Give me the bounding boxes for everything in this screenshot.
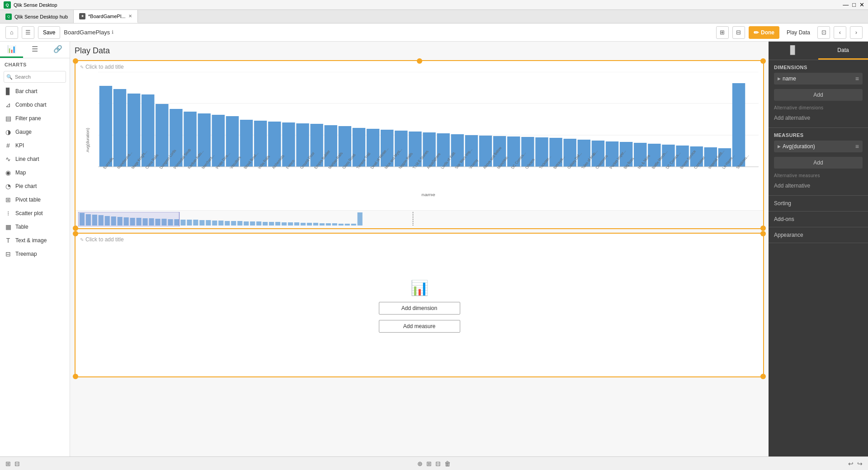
lp-tab-link[interactable]: 🔗 [47, 42, 70, 58]
windows-icon[interactable]: ⊞ [5, 460, 11, 467]
nav-back-btn[interactable]: ‹ [834, 26, 846, 39]
layout-view-btn[interactable]: ⊞ [716, 26, 729, 39]
save-button[interactable]: Save [38, 26, 60, 39]
done-label: Done [761, 29, 774, 36]
move-icon[interactable]: ⊟ [435, 460, 441, 467]
lp-tab-sheets[interactable]: ☰ [23, 42, 46, 58]
grid-btn[interactable]: ⊟ [732, 26, 745, 39]
dimension-row-name[interactable]: ▶ name ≡ [774, 73, 863, 85]
bottom-bar: ⊞ ⊟ ⊕ ⊞ ⊟ 🗑 ↩ ↪ [0, 456, 868, 470]
tab-bar: Q Qlik Sense Desktop hub ★ *BoardGamePl.… [0, 10, 868, 24]
maximize-btn[interactable]: □ [852, 1, 856, 8]
svg-rect-144 [351, 224, 356, 226]
sidebar-item-bar-chart[interactable]: ▊ Bar chart [0, 85, 70, 98]
dimension-menu-icon[interactable]: ≡ [855, 75, 859, 82]
measure-expand-icon[interactable]: ▶ [778, 144, 781, 149]
appearance-item[interactable]: Appearance [769, 227, 868, 243]
sidebar-item-treemap[interactable]: ⊟ Treemap [0, 247, 70, 261]
delete-icon[interactable]: 🗑 [444, 460, 451, 467]
close-btn[interactable]: ✕ [859, 1, 864, 8]
undo-icon[interactable]: ↩ [848, 460, 854, 467]
resize-handle-bl[interactable] [73, 226, 78, 231]
resize-handle-tl[interactable] [73, 58, 78, 64]
gauge-icon: ◑ [5, 128, 12, 136]
dimensions-label: Dimensions [774, 65, 863, 70]
tab-close-icon[interactable]: ✕ [128, 14, 132, 19]
sidebar-item-combo-chart[interactable]: ⊿ Combo chart [0, 98, 70, 112]
resize-handle2-tr[interactable] [760, 231, 766, 236]
sidebar-item-gauge[interactable]: ◑ Gauge [0, 125, 70, 139]
resize-handle2-br[interactable] [760, 374, 766, 379]
sidebar-item-table[interactable]: ▦ Table [0, 220, 70, 234]
resize-handle-tc[interactable] [417, 58, 422, 64]
svg-rect-8 [99, 86, 112, 167]
copy-layout-icon[interactable]: ⊞ [426, 460, 432, 467]
lp-tab-charts[interactable]: 📊 [0, 42, 23, 58]
sheets-tab-icon: ☰ [32, 45, 38, 53]
app-icon: Q [4, 1, 11, 9]
sidebar-item-map[interactable]: ◉ Map [0, 166, 70, 179]
snap-icon[interactable]: ⊕ [417, 460, 423, 467]
tab-hub[interactable]: Q Qlik Sense Desktop hub [0, 10, 74, 23]
scatter-plot-label: Scatter plot [15, 210, 43, 216]
alt-dimensions-label: Alternative dimensions [774, 105, 863, 110]
sidebar-item-text-image[interactable]: T Text & image [0, 234, 70, 247]
sorting-item[interactable]: Sorting [769, 196, 868, 212]
svg-rect-132 [275, 222, 280, 226]
play-data-label: Play Data [783, 29, 814, 36]
text-image-label: Text & image [15, 237, 47, 244]
resize-handle2-tl[interactable] [73, 231, 78, 236]
resize-handle2-bl[interactable] [73, 374, 78, 379]
export-btn[interactable]: ⊡ [817, 26, 830, 39]
sidebar-item-scatter-plot[interactable]: ⁝ Scatter plot [0, 207, 70, 220]
chart-2-title[interactable]: ✎ Click to add title [75, 234, 763, 243]
add-measure-btn[interactable]: Add [774, 157, 863, 169]
add-measure-button[interactable]: Add measure [379, 320, 460, 333]
sidebar-item-line-chart[interactable]: ∿ Line chart [0, 152, 70, 166]
resize-handle-tr[interactable] [760, 58, 766, 64]
sidebar-item-pivot-table[interactable]: ⊞ Pivot table [0, 193, 70, 207]
sidebar-item-filter-pane[interactable]: ▤ Filter pane [0, 112, 70, 125]
minimize-btn[interactable]: — [843, 1, 849, 8]
map-icon: ◉ [5, 169, 12, 176]
dimensions-section: Dimensions ▶ name ≡ Add Alternative dime… [769, 60, 868, 128]
center-canvas: Play Data ✎ Click to add title Avg(durat… [70, 42, 769, 470]
dimension-expand-icon[interactable]: ▶ [778, 76, 781, 81]
measure-menu-icon[interactable]: ≡ [855, 143, 859, 150]
right-panel-header: ▊ Data [769, 42, 868, 60]
nav-fwd-btn[interactable]: › [850, 26, 863, 39]
search-input[interactable] [4, 71, 66, 83]
charts-label: Charts [0, 58, 70, 69]
tab-boardgame[interactable]: ★ *BoardGamePl... ✕ [74, 10, 138, 23]
info-icon: ℹ [112, 29, 113, 35]
layout-icon[interactable]: ⊟ [14, 460, 20, 467]
link-tab-icon: 🔗 [53, 45, 62, 53]
redo-icon[interactable]: ↪ [857, 460, 863, 467]
home-btn[interactable]: ⌂ [5, 26, 18, 39]
svg-rect-127 [244, 221, 249, 226]
addons-item[interactable]: Add-ons [769, 212, 868, 227]
add-dimension-btn[interactable]: Add [774, 89, 863, 101]
add-dimension-button[interactable]: Add dimension [379, 302, 460, 315]
svg-rect-141 [332, 223, 337, 226]
pie-chart-icon: ◔ [5, 183, 12, 190]
add-alt-dimension-link[interactable]: Add alternative [774, 113, 863, 123]
rp-bar-icon-tab[interactable]: ▊ [769, 42, 818, 60]
measure-row-avg[interactable]: ▶ Avg(duration) ≡ [774, 141, 863, 152]
combo-chart-label: Combo chart [15, 102, 47, 108]
add-alt-dim-label: Add alternative [774, 115, 810, 121]
svg-rect-139 [320, 223, 325, 226]
svg-rect-124 [225, 221, 230, 226]
mini-scroll-chart[interactable] [75, 210, 763, 228]
sidebar-item-pie-chart[interactable]: ◔ Pie chart [0, 179, 70, 193]
svg-rect-138 [313, 223, 318, 226]
add-alt-measure-link[interactable]: Add alternative [774, 181, 863, 191]
rp-data-tab[interactable]: Data [818, 42, 868, 60]
svg-rect-128 [250, 221, 255, 226]
sidebar-item-kpi[interactable]: # KPI [0, 139, 70, 152]
done-button[interactable]: ✏ Done [749, 26, 779, 39]
resize-handle-br[interactable] [760, 226, 766, 231]
rp-data-label: Data [837, 47, 849, 53]
menu-btn[interactable]: ☰ [22, 26, 34, 39]
bottom-center-icons: ⊕ ⊞ ⊟ 🗑 [417, 460, 451, 467]
